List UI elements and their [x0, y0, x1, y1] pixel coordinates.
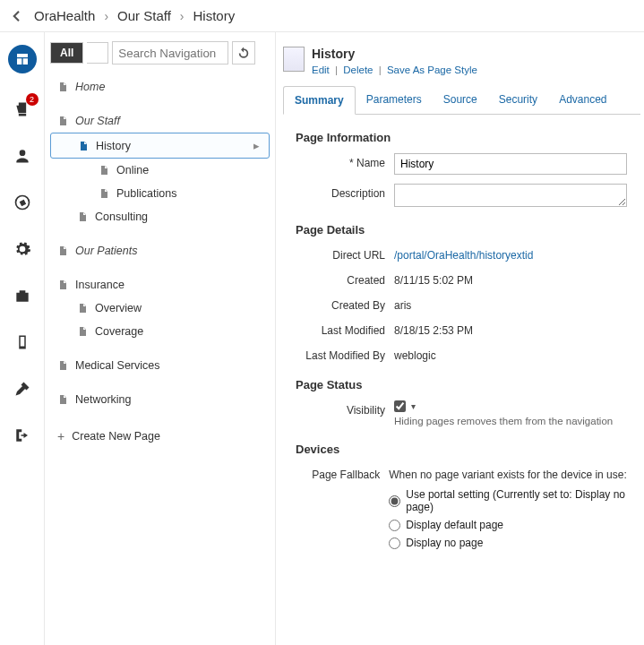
rail-compass-icon[interactable] — [12, 192, 33, 213]
nav-item-label: Networking — [75, 393, 132, 406]
name-label: Name — [296, 153, 394, 169]
nav-item-label: Coverage — [95, 325, 143, 338]
name-input[interactable] — [394, 153, 627, 175]
rail-build-icon[interactable] — [12, 378, 33, 400]
rail-device-icon[interactable] — [12, 331, 33, 353]
nav-tree: HomeOur StaffHistory▸OnlinePublicationsC… — [50, 75, 270, 411]
page-icon — [57, 359, 70, 372]
page-icon — [77, 211, 90, 223]
modifiedby-value: weblogic — [394, 346, 436, 362]
badge-count: 2 — [26, 93, 39, 106]
nav-item[interactable]: Publications — [50, 182, 270, 205]
page-actions: Edit | Delete | Save As Page Style — [312, 64, 477, 75]
page-icon — [57, 81, 70, 93]
left-rail: 2 — [0, 32, 45, 645]
breadcrumb-item[interactable]: Our Staff — [110, 8, 178, 23]
page-type-icon — [283, 47, 305, 72]
filter-all-pill[interactable]: All — [50, 42, 83, 64]
page-icon — [77, 302, 90, 314]
fallback-option-label: Use portal setting (Currently set to: Di… — [406, 488, 640, 513]
page-icon — [57, 279, 70, 291]
modifiedby-label: Last Modified By — [296, 346, 394, 362]
page-icon — [78, 140, 90, 152]
rail-pages-icon[interactable]: 2 — [12, 99, 33, 120]
delete-link[interactable]: Delete — [343, 64, 373, 75]
nav-item[interactable]: Online — [50, 159, 270, 182]
page-icon — [99, 187, 111, 200]
section-header: Page Details — [296, 223, 640, 236]
nav-item[interactable]: History▸ — [50, 133, 270, 159]
breadcrumb-item[interactable]: OraHealth — [27, 8, 102, 23]
nav-item[interactable]: Coverage — [50, 320, 270, 343]
createdby-value: aris — [394, 296, 411, 312]
fallback-option[interactable]: Display no page — [389, 537, 640, 549]
refresh-button[interactable] — [232, 41, 255, 64]
tab-summary[interactable]: Summary — [283, 86, 356, 115]
chevron-right-icon: › — [102, 9, 110, 23]
fallback-radio[interactable] — [389, 538, 400, 549]
tab-advanced[interactable]: Advanced — [548, 86, 617, 114]
nav-item[interactable]: Our Patients — [50, 239, 270, 262]
rail-toolbox-icon[interactable] — [12, 285, 33, 306]
save-as-link[interactable]: Save As Page Style — [387, 64, 477, 75]
tab-security[interactable]: Security — [488, 86, 548, 114]
rail-import-icon[interactable] — [12, 425, 33, 446]
nav-item[interactable]: Insurance — [50, 273, 270, 297]
visibility-checkbox[interactable] — [394, 400, 406, 412]
nav-item[interactable]: Consulting — [50, 205, 270, 228]
breadcrumb-bar: OraHealth › Our Staff › History — [0, 0, 644, 32]
back-button[interactable] — [5, 5, 27, 27]
search-input[interactable] — [112, 41, 228, 64]
fallback-option[interactable]: Use portal setting (Currently set to: Di… — [389, 488, 640, 513]
modified-label: Last Modified — [296, 321, 394, 337]
fallback-radio[interactable] — [389, 495, 400, 507]
nav-item[interactable]: Home — [50, 75, 270, 99]
visibility-label: Visibility — [296, 400, 394, 417]
description-input[interactable] — [394, 184, 627, 207]
rail-people-icon[interactable] — [12, 145, 33, 167]
nav-item-label: Our Patients — [75, 245, 137, 257]
direct-url-link[interactable]: /portal/OraHealth/historyextid — [394, 245, 533, 262]
chevron-right-icon: ▸ — [253, 139, 260, 152]
nav-header: All — [50, 41, 270, 64]
visibility-hint: Hiding pages removes them from the navig… — [394, 416, 613, 426]
tab-source[interactable]: Source — [433, 86, 488, 114]
create-new-page[interactable]: + Create New Page — [50, 424, 270, 449]
section-header: Page Information — [296, 131, 640, 144]
page-title: History — [312, 47, 477, 61]
rail-gear-icon[interactable] — [12, 238, 33, 260]
nav-item[interactable]: Networking — [50, 388, 270, 411]
main-panel: History Edit | Delete | Save As Page Sty… — [276, 32, 644, 645]
fallback-option[interactable]: Display default page — [389, 519, 640, 531]
create-label: Create New Page — [72, 430, 160, 443]
rail-layout-icon[interactable] — [8, 45, 37, 73]
description-label: Description — [296, 184, 394, 200]
fallback-intro: When no page variant exists for the devi… — [389, 465, 640, 481]
modified-value: 8/18/15 2:53 PM — [394, 321, 473, 337]
edit-link[interactable]: Edit — [312, 64, 330, 75]
page-icon — [57, 393, 70, 406]
caret-down-icon[interactable]: ▾ — [411, 401, 416, 411]
nav-item[interactable]: Our Staff — [50, 109, 270, 133]
createdby-label: Created By — [296, 296, 394, 312]
tab-bar: SummaryParametersSourceSecurityAdvanced — [283, 86, 640, 115]
page-icon — [77, 325, 90, 338]
fallback-option-label: Display no page — [406, 537, 483, 549]
breadcrumb-item[interactable]: History — [185, 8, 242, 23]
filter-toggle[interactable] — [87, 42, 108, 64]
section-header: Page Status — [296, 378, 640, 391]
created-label: Created — [296, 271, 394, 287]
nav-item-label: History — [96, 140, 131, 152]
nav-item[interactable]: Medical Services — [50, 354, 270, 377]
nav-item-label: Overview — [95, 302, 142, 314]
nav-item[interactable]: Overview — [50, 297, 270, 320]
chevron-right-icon: › — [178, 9, 186, 23]
fallback-option-label: Display default page — [406, 519, 503, 531]
tab-parameters[interactable]: Parameters — [356, 86, 433, 114]
direct-url-label: Direct URL — [296, 245, 394, 262]
fallback-label: Page Fallback — [296, 465, 389, 481]
page-icon — [57, 245, 70, 257]
section-header: Devices — [296, 443, 640, 456]
nav-item-label: Medical Services — [75, 359, 159, 372]
fallback-radio[interactable] — [389, 520, 400, 531]
